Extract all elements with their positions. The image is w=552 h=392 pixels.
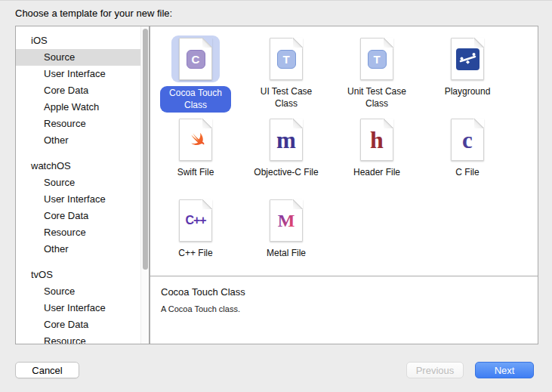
playground-seesaw-icon (443, 35, 492, 82)
template-c-file[interactable]: c C File (422, 116, 513, 197)
sidebar-item-ios-apple-watch[interactable]: Apple Watch (16, 99, 149, 116)
sidebar-item-tvos-core-data[interactable]: Core Data (16, 316, 149, 333)
template-unit-test-case-class[interactable]: T Unit Test Case Class (332, 35, 422, 116)
template-label: Cocoa Touch Class (160, 86, 231, 113)
svg-text:M: M (278, 211, 295, 230)
sidebar-item-watchos-resource[interactable]: Resource (16, 224, 149, 241)
dialog-title: Choose a template for your new file: (15, 8, 172, 19)
template-label: Swift File (177, 167, 214, 179)
template-cpp-file[interactable]: C++ C++ File (150, 197, 241, 278)
sidebar-item-ios-other[interactable]: Other (16, 132, 149, 149)
template-label: Metal File (267, 248, 306, 260)
template-objective-c-file[interactable]: m Objective-C File (241, 116, 332, 197)
sidebar-rows: iOS Source User Interface Core Data Appl… (16, 26, 149, 344)
test-badge: T (277, 50, 296, 69)
sidebar-item-tvos-resource[interactable]: Resource (16, 333, 149, 344)
template-description-text: A Cocoa Touch class. (161, 304, 527, 313)
swift-bird-glyph (184, 128, 207, 151)
template-label: Header File (353, 167, 400, 179)
class-badge: C (187, 50, 205, 69)
sidebar-item-tvos-user-interface[interactable]: User Interface (16, 300, 149, 316)
template-header-file[interactable]: h Header File (332, 116, 422, 197)
objc-file-icon: m (262, 116, 310, 163)
sidebar-item-watchos-core-data[interactable]: Core Data (16, 208, 149, 224)
template-playground[interactable]: Playground (422, 35, 513, 116)
c-file-icon: c (443, 116, 492, 163)
cpp-file-icon: C++ (171, 197, 220, 244)
cpp-glyph: C++ (185, 214, 205, 227)
sidebar-group-tvos[interactable]: tvOS (16, 267, 149, 283)
sidebar-item-ios-resource[interactable]: Resource (16, 116, 149, 132)
sidebar-item-ios-core-data[interactable]: Core Data (16, 82, 149, 99)
template-label: C++ File (178, 248, 212, 260)
sidebar-item-ios-user-interface[interactable]: User Interface (16, 66, 149, 82)
template-label: UI Test Case Class (251, 86, 322, 110)
sidebar-group-watchos[interactable]: watchOS (16, 158, 149, 174)
header-h-glyph: h (370, 128, 384, 152)
sidebar-item-watchos-user-interface[interactable]: User Interface (16, 191, 149, 208)
template-grid: C Cocoa Touch Class T UI Test Case Class… (150, 35, 538, 278)
template-metal-file[interactable]: M Metal File (241, 197, 332, 278)
sidebar-scrollbar-thumb[interactable] (143, 29, 148, 270)
template-label: Unit Test Case Class (341, 86, 412, 110)
template-label: Objective-C File (254, 167, 318, 179)
sidebar-item-tvos-source[interactable]: Source (16, 283, 149, 300)
template-cocoa-touch-class[interactable]: C Cocoa Touch Class (150, 35, 241, 116)
objc-m-glyph: m (276, 128, 296, 152)
test-case-file-icon: T (353, 35, 401, 82)
test-case-file-icon: T (262, 35, 310, 82)
swift-bird-icon (171, 116, 220, 163)
template-description-panel: Cocoa Touch Class A Cocoa Touch class. (150, 276, 538, 344)
seesaw-glyph (458, 51, 477, 67)
c-glyph: c (462, 128, 473, 152)
template-label: Playground (445, 86, 491, 98)
template-category-sidebar: iOS Source User Interface Core Data Appl… (15, 26, 150, 344)
cocoa-class-file-icon: C (171, 35, 220, 82)
template-pane: C Cocoa Touch Class T UI Test Case Class… (150, 26, 538, 344)
template-swift-file[interactable]: Swift File (150, 116, 241, 197)
previous-button[interactable]: Previous (406, 362, 464, 378)
cancel-button[interactable]: Cancel (15, 362, 79, 378)
next-button[interactable]: Next (475, 362, 534, 378)
sidebar-item-watchos-other[interactable]: Other (16, 241, 149, 258)
metal-m-glyph: M (275, 210, 298, 231)
sidebar-item-watchos-source[interactable]: Source (16, 174, 149, 191)
sidebar-group-ios[interactable]: iOS (16, 32, 149, 49)
sidebar-item-ios-source[interactable]: Source (16, 49, 149, 66)
template-description-title: Cocoa Touch Class (161, 286, 527, 298)
template-label: C File (455, 167, 479, 179)
template-ui-test-case-class[interactable]: T UI Test Case Class (241, 35, 332, 116)
metal-file-icon: M (262, 197, 310, 244)
header-file-icon: h (353, 116, 401, 163)
new-file-dialog: Choose a template for your new file: iOS… (0, 0, 552, 392)
sidebar-scrollbar-track[interactable] (140, 26, 149, 344)
test-badge: T (368, 50, 387, 69)
